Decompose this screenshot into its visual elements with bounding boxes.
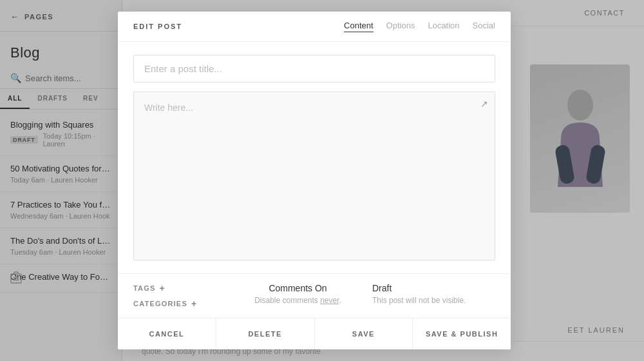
save-publish-button[interactable]: SAVE & PUBLISH bbox=[413, 318, 511, 349]
meta-comments: Comments On Disable comments never. bbox=[236, 283, 359, 305]
cancel-button[interactable]: CANCEL bbox=[118, 318, 216, 349]
comments-desc: Disable comments never. bbox=[236, 296, 359, 305]
tags-row: TAGS + bbox=[133, 283, 236, 293]
tags-label: TAGS bbox=[133, 284, 156, 292]
edit-post-modal: EDIT POST Content Options Location Socia… bbox=[118, 12, 511, 349]
categories-row: CATEGORIES + bbox=[133, 298, 236, 309]
expand-icon[interactable]: ↗ bbox=[480, 99, 488, 109]
tags-add-button[interactable]: + bbox=[160, 283, 166, 293]
categories-label: CATEGORIES bbox=[133, 300, 187, 307]
save-button[interactable]: SAVE bbox=[315, 318, 413, 349]
content-editor[interactable]: ↗ Write here... bbox=[133, 92, 495, 260]
comments-never-link[interactable]: never bbox=[320, 296, 339, 305]
modal-title: EDIT POST bbox=[133, 23, 182, 30]
tab-location[interactable]: Location bbox=[428, 21, 459, 32]
modal-body: ↗ Write here... bbox=[118, 42, 511, 273]
modal-footer: CANCEL DELETE SAVE SAVE & PUBLISH bbox=[118, 318, 511, 349]
content-editor-placeholder: Write here... bbox=[134, 92, 495, 123]
comments-label: Comments On bbox=[236, 283, 359, 293]
meta-left: TAGS + CATEGORIES + bbox=[133, 283, 236, 309]
tab-social[interactable]: Social bbox=[473, 21, 495, 32]
tab-content[interactable]: Content bbox=[344, 21, 374, 32]
delete-button[interactable]: DELETE bbox=[216, 318, 315, 349]
meta-draft: Draft This post will not be visible. bbox=[359, 283, 495, 305]
draft-label: Draft bbox=[372, 283, 495, 293]
modal-header: EDIT POST Content Options Location Socia… bbox=[118, 12, 511, 42]
tab-options[interactable]: Options bbox=[386, 21, 415, 32]
modal-tabs: Content Options Location Social bbox=[344, 21, 495, 32]
modal-meta: TAGS + CATEGORIES + Comments On Disable … bbox=[118, 273, 511, 318]
post-title-input[interactable] bbox=[133, 55, 495, 83]
categories-add-button[interactable]: + bbox=[191, 298, 197, 309]
draft-desc: This post will not be visible. bbox=[372, 296, 495, 305]
